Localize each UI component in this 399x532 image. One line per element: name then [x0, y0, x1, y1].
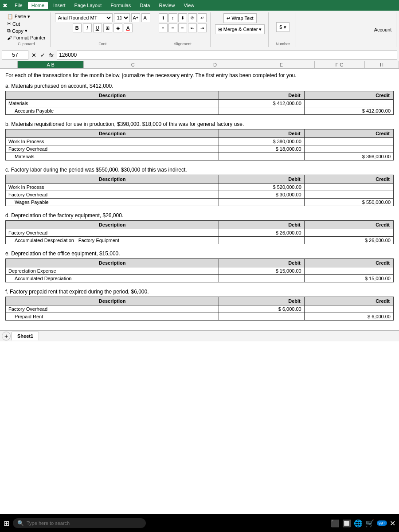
wrap-text-button[interactable]: ↵ — [198, 13, 207, 22]
cut-button[interactable]: ✂ Cut — [6, 20, 47, 27]
desc-cell[interactable]: Work In Process — [6, 138, 219, 145]
credit-cell[interactable]: $ 550,000.00 — [304, 199, 393, 206]
wrap-text-button[interactable]: ↵ Wrap Text — [223, 13, 257, 23]
credit-cell[interactable]: $ 15,000.00 — [304, 275, 393, 282]
debit-header: Debit — [219, 175, 305, 184]
account-group: Account — [370, 12, 396, 47]
taskbar-search[interactable]: 🔍 — [13, 518, 146, 528]
decrease-indent-button[interactable]: ⇤ — [188, 23, 197, 32]
cell-reference-input[interactable] — [2, 50, 28, 60]
fill-color-button[interactable]: ◈ — [113, 23, 122, 32]
debit-cell[interactable]: $ 520,000.00 — [219, 184, 305, 191]
ribbon-body: 📋 Paste ▾ ✂ Cut ⧉ Copy ▾ 🖌 Format Painte… — [0, 11, 399, 49]
taskbar-icons: ⬛ 🔲 🌐 🛒 99+ ✕ — [331, 519, 395, 528]
notification-badge[interactable]: 99+ — [377, 520, 387, 526]
col-header-fg[interactable]: F G — [315, 61, 365, 68]
table-row: Factory Overhead $ 18,000.00 — [6, 145, 394, 153]
underline-button[interactable]: U — [93, 23, 102, 32]
debit-cell[interactable]: $ 380,000.00 — [219, 138, 305, 145]
taskbar-search-input[interactable] — [27, 520, 115, 526]
desc-cell[interactable]: Factory Overhead — [6, 145, 219, 153]
desc-cell[interactable]: Factory Overhead — [6, 305, 219, 313]
paste-dropdown-icon: ▾ — [27, 14, 30, 20]
font-color-button[interactable]: A — [124, 23, 133, 32]
debit-cell[interactable]: $ 15,000.00 — [219, 267, 305, 275]
tab-insert[interactable]: Insert — [50, 2, 69, 9]
credit-cell[interactable]: $ 398,000.00 — [304, 153, 393, 160]
add-sheet-button[interactable]: + — [2, 332, 11, 340]
tab-page-layout[interactable]: Page Layout — [71, 2, 106, 9]
italic-button[interactable]: I — [83, 23, 92, 32]
desc-cell[interactable]: Depreciation Expense — [6, 267, 219, 275]
tab-file[interactable]: File — [11, 2, 26, 9]
confirm-formula-button[interactable]: ✓ — [39, 52, 47, 59]
desc-cell[interactable]: Factory Overhead — [6, 229, 219, 237]
credit-cell[interactable]: $ 26,000.00 — [304, 237, 393, 244]
font-size-select[interactable]: 11 — [114, 13, 130, 22]
desc-cell[interactable]: Accounts Payable — [6, 107, 219, 115]
number-group: $ ▾ Number — [270, 12, 296, 47]
increase-font-button[interactable]: A+ — [131, 13, 140, 22]
tab-review[interactable]: Review — [155, 2, 178, 9]
taskbar-app-icon-1[interactable]: ⬛ — [331, 519, 340, 528]
increase-indent-button[interactable]: ⇥ — [198, 23, 207, 32]
taskbar-store-icon[interactable]: 🛒 — [365, 519, 374, 528]
col-header-e[interactable]: E — [248, 61, 314, 68]
col-header-d[interactable]: D — [182, 61, 248, 68]
col-header-c[interactable]: C — [84, 61, 182, 68]
align-bottom-button[interactable]: ⬇ — [178, 13, 187, 22]
taskbar-edge-icon[interactable]: 🌐 — [354, 519, 363, 528]
taskbar-close-icon[interactable]: ✕ — [390, 519, 395, 528]
insert-function-button[interactable]: fx — [48, 52, 55, 59]
credit-cell[interactable]: $ 6,000.00 — [304, 313, 393, 321]
debit-cell[interactable]: $ 18,000.00 — [219, 145, 305, 153]
col-header-h[interactable]: H — [365, 61, 399, 68]
sheet-tab-sheet1[interactable]: Sheet1 — [12, 332, 39, 340]
tab-formulas[interactable]: Formulas — [107, 2, 134, 9]
desc-cell[interactable]: Work In Process — [6, 184, 219, 191]
taskbar-app-icon-2[interactable]: 🔲 — [342, 519, 351, 528]
desc-cell[interactable]: Accumulated Depreciation — [6, 275, 219, 282]
align-left-button[interactable]: ≡ — [159, 23, 168, 32]
credit-cell — [304, 184, 393, 191]
paste-icon: 📋 — [7, 14, 13, 20]
debit-cell[interactable]: $ 412,000.00 — [219, 100, 305, 107]
font-family-select[interactable]: Arial Rounded MT — [55, 13, 113, 22]
tab-view[interactable]: View — [180, 2, 198, 9]
transaction-d-table: Description Debit Credit Factory Overhea… — [5, 220, 394, 244]
credit-header: Credit — [304, 259, 393, 267]
orientation-button[interactable]: ⟳ — [188, 13, 197, 22]
copy-button[interactable]: ⧉ Copy ▾ — [6, 27, 47, 34]
align-middle-button[interactable]: ↕ — [168, 13, 177, 22]
debit-cell[interactable]: $ 30,000.00 — [219, 191, 305, 199]
merge-center-button[interactable]: ⊞ Merge & Center ▾ — [215, 24, 265, 34]
debit-cell[interactable]: $ 26,000.00 — [219, 229, 305, 237]
desc-cell[interactable]: Materials — [6, 153, 219, 160]
align-top-button[interactable]: ⬆ — [159, 13, 168, 22]
debit-cell[interactable]: $ 6,000.00 — [219, 305, 305, 313]
tab-home[interactable]: Home — [28, 2, 48, 9]
start-button[interactable]: ⊞ — [4, 519, 9, 528]
border-button[interactable]: ⊞ — [103, 23, 112, 32]
desc-cell[interactable]: Prepaid Rent — [6, 313, 219, 321]
accounting-format-button[interactable]: $ ▾ — [276, 22, 289, 32]
excel-icon[interactable]: ✖ — [3, 2, 8, 9]
col-header-ab[interactable]: A B — [18, 61, 84, 68]
align-center-button[interactable]: ≡ — [168, 23, 177, 32]
bold-button[interactable]: B — [73, 23, 82, 32]
desc-header: Description — [6, 129, 219, 138]
sheet-tab-bar: + Sheet1 — [0, 330, 399, 341]
desc-cell[interactable]: Wages Payable — [6, 199, 219, 206]
desc-cell[interactable]: Factory Overhead — [6, 191, 219, 199]
tab-data[interactable]: Data — [136, 2, 153, 9]
paste-button[interactable]: 📋 Paste ▾ — [6, 13, 47, 20]
desc-cell[interactable]: Materials — [6, 100, 219, 107]
cancel-formula-button[interactable]: ✕ — [30, 52, 38, 59]
decrease-font-button[interactable]: A- — [141, 13, 150, 22]
desc-cell[interactable]: Accumulated Despreciation - Factory Equi… — [6, 237, 219, 244]
formula-input[interactable] — [57, 50, 397, 60]
credit-header: Credit — [304, 221, 393, 229]
align-right-button[interactable]: ≡ — [178, 23, 187, 32]
credit-cell[interactable]: $ 412,000.00 — [304, 107, 393, 115]
format-painter-button[interactable]: 🖌 Format Painter — [6, 35, 47, 41]
